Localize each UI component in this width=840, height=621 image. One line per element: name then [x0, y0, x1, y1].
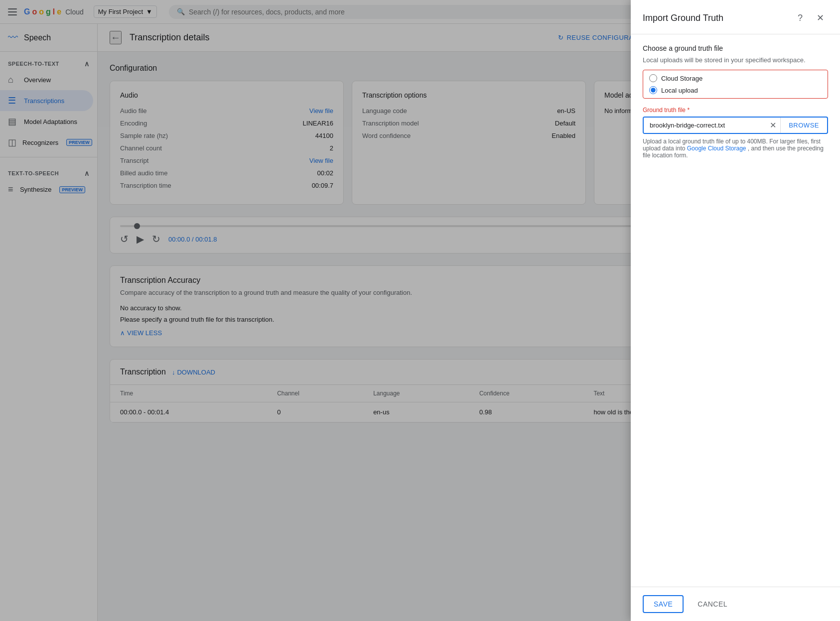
- cloud-storage-label: Cloud Storage: [661, 75, 702, 82]
- dialog-help-button[interactable]: ?: [792, 10, 808, 26]
- cancel-button[interactable]: CANCEL: [690, 596, 735, 612]
- cloud-storage-radio[interactable]: [649, 74, 657, 82]
- file-input-wrapper: ✕ BROWSE: [643, 117, 828, 134]
- dialog-info: Local uploads will be stored in your spe…: [643, 56, 828, 64]
- import-dialog: Import Ground Truth ? ✕ Choose a ground …: [631, 0, 840, 621]
- clear-file-button[interactable]: ✕: [766, 118, 780, 133]
- save-button[interactable]: SAVE: [643, 595, 684, 613]
- dialog-body: Choose a ground truth file Local uploads…: [631, 34, 840, 587]
- storage-options-group: Cloud Storage Local upload: [643, 70, 828, 99]
- file-input-label: Ground truth file *: [643, 107, 828, 114]
- dialog-title: Import Ground Truth: [643, 13, 723, 23]
- local-upload-option[interactable]: Local upload: [649, 86, 822, 94]
- file-input-section: Ground truth file * ✕ BROWSE Upload a lo…: [643, 107, 828, 159]
- required-asterisk: *: [687, 107, 690, 114]
- file-input[interactable]: [644, 118, 766, 133]
- browse-button[interactable]: BROWSE: [780, 118, 827, 133]
- dialog-header: Import Ground Truth ? ✕: [631, 0, 840, 34]
- dialog-close-button[interactable]: ✕: [812, 10, 828, 26]
- local-upload-label: Local upload: [661, 87, 698, 94]
- dialog-header-icons: ? ✕: [792, 10, 828, 26]
- local-upload-radio[interactable]: [649, 86, 657, 94]
- dialog-section-title: Choose a ground truth file: [643, 44, 828, 52]
- cloud-storage-option[interactable]: Cloud Storage: [649, 74, 822, 82]
- dialog-footer: SAVE CANCEL: [631, 587, 840, 621]
- file-hint: Upload a local ground truth file of up t…: [643, 138, 828, 159]
- google-cloud-storage-link[interactable]: Google Cloud Storage: [687, 145, 746, 152]
